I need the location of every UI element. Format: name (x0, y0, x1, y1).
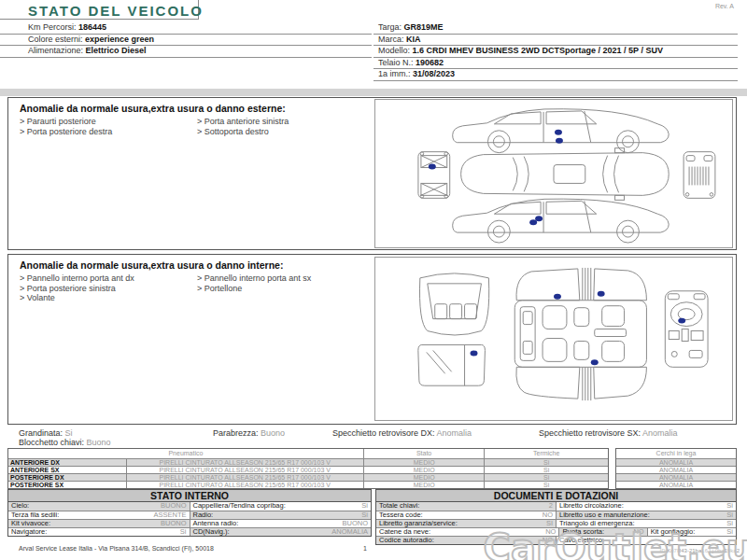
info-label: Marca: (378, 35, 404, 44)
panel-cell: CD(Navig.): ANOMALIA (190, 528, 372, 536)
cell-label: Radio: (193, 511, 214, 519)
cell-value: Si (724, 511, 733, 519)
tire-stato: MEDIO (364, 474, 486, 481)
revision-label: Rev. A (715, 3, 734, 9)
page-title: STATO DEL VEICOLO (28, 3, 198, 19)
cell-value: BUONO (158, 502, 187, 511)
info-value: 190682 (416, 58, 444, 67)
cell-value: Si (359, 511, 368, 519)
cell-label: Totale chiavi: (379, 502, 419, 511)
damage-marker (598, 291, 605, 297)
cell-label: Libretto uso e manutenzione: (559, 511, 650, 519)
stato-interno-title: STATO INTERNO (8, 490, 371, 502)
tire-termiche: Si (485, 474, 608, 481)
tire-termiche: Si (485, 467, 608, 473)
panel-row: Cielo: BUONO Cappelliera/Tendina copriba… (8, 502, 371, 511)
tire-position: POSTERIORE SX (8, 482, 127, 488)
tire-table: Pneumatico Stato Termiche ANTERIORE DX P… (7, 448, 609, 489)
exterior-anomalies-box: Anomalie da normale usura,extra usura o … (7, 97, 737, 250)
interior-damage-diagram (375, 258, 732, 420)
panel-cell: Navigatore: Si (8, 528, 190, 536)
tire-description: PIRELLI CINTURATO ALLSEASON 215/65 R17 0… (127, 467, 364, 473)
info-value: Elettrico Diesel (86, 46, 147, 55)
info-value: KIA (406, 35, 421, 44)
info-row-telaio: Telaio N.: 190682 (374, 58, 738, 70)
footer-company-address: Arval Service Lease Italia - Via Pisana … (19, 545, 214, 552)
anomaly-item: > Porta posteriore destra (20, 127, 197, 137)
anomaly-item: > Paraurti posteriore (20, 117, 197, 127)
anomaly-item: > Pannello interno porta ant dx (20, 273, 197, 284)
damage-marker (471, 350, 478, 356)
damage-marker (555, 130, 562, 135)
damage-marker (591, 359, 599, 365)
info-row-imm: 1a imm.: 31/08/2023 (374, 69, 738, 81)
title-block: STATO DEL VEICOLO (0, 0, 199, 20)
info-label: Targa: (378, 22, 402, 32)
panel-row: Kit vivavoce: BUONO Antenna radio: BUONO (8, 519, 371, 527)
tire-row: POSTERIORE SX PIRELLI CINTURATO ALLSEASO… (8, 481, 608, 488)
panel-cell: Cappelliera/Tendina copribag: Si (190, 502, 372, 511)
rim-row: ANOMALIA (616, 458, 736, 466)
info-value: 186445 (78, 22, 106, 32)
anomaly-column: > Porta anteriore sinistra > Sottoporta … (197, 117, 374, 136)
rim-row: ANOMALIA (616, 466, 736, 473)
summary-value: Anomalia (437, 428, 472, 438)
summary-parabrezza: Parabrezza: Buono (213, 428, 285, 438)
summary-value: Si (65, 428, 73, 438)
cell-label: Navigatore: (11, 528, 47, 536)
damage-marker (429, 164, 436, 170)
footer-page-number: 1 (363, 545, 367, 552)
car-top-view (461, 148, 669, 201)
tire-position: ANTERIORE SX (8, 467, 127, 473)
cabin-floorplan (514, 268, 646, 400)
panel-row: Navigatore: Si CD(Navig.): ANOMALIA (8, 527, 371, 536)
cell-label: Terza fila sedili: (11, 511, 59, 519)
summary-label: Blocchetto chiavi: (19, 438, 84, 447)
anomaly-column: > Pannello interno porta ant dx > Porta … (20, 273, 197, 303)
interior-diagram-box (374, 257, 733, 421)
rim-value: ANOMALIA (616, 459, 736, 466)
rim-row: ANOMALIA (616, 473, 736, 481)
info-row-modello: Modello: 1.6 CRDI MHEV BUSINESS 2WD DCTS… (374, 46, 738, 58)
tire-position: ANTERIORE DX (8, 459, 127, 466)
summary-grandinata: Grandinata: Si (19, 428, 73, 438)
cell-label: Kit vivavoce: (11, 520, 50, 527)
panel-cell: Totale chiavi: 2 (376, 502, 557, 511)
summary-label: Parabrezza: (213, 428, 259, 438)
documenti-title: DOCUMENTI E DOTAZIONI (376, 490, 736, 502)
caroutlet-watermark: CarOutlet.eu (484, 526, 747, 560)
info-row-alimentazione: Alimentazione: Elettrico Diesel (0, 46, 372, 58)
panel-cell: Libretto uso e manutenzione: Si (557, 511, 736, 519)
car-front-view (684, 152, 715, 199)
cell-value: Si (724, 502, 733, 511)
cell-label: Antenna radio: (193, 520, 239, 527)
info-label: Telaio N.: (378, 58, 414, 67)
panel-cell: Antenna radio: BUONO (190, 520, 372, 527)
cell-label: Libretto garanzia/service: (379, 520, 458, 527)
col-header-pneumatico: Pneumatico (8, 449, 364, 458)
panel-cell: Tessera code: NO (376, 511, 557, 519)
anomaly-item: > Porta anteriore sinistra (197, 117, 374, 127)
info-label: Km Percorsi: (28, 22, 77, 32)
panel-row: Terza fila sedili: ASSENTE Radio: Si (8, 511, 371, 519)
rims-table: Cerchi in lega ANOMALIA ANOMALIA ANOMALI… (615, 448, 737, 489)
info-value: 31/08/2023 (413, 69, 455, 78)
cell-label: Libretto circolazione: (559, 502, 624, 511)
rims-table-header: Cerchi in lega (616, 449, 736, 458)
vehicle-info-left: Km Percorsi: 186445 Colore esterni: expe… (0, 22, 372, 58)
damage-marker (535, 216, 543, 221)
col-header-termiche: Termiche (485, 449, 608, 458)
cell-value: ANOMALIA (329, 528, 368, 536)
exterior-damage-markers (429, 130, 563, 225)
tire-position: POSTERIORE DX (8, 474, 127, 481)
info-label: Modello: (378, 46, 410, 55)
tire-table-header: Pneumatico Stato Termiche (8, 449, 608, 458)
summary-specchietto-sx: Specchietto retrovisore SX: Anomalia (539, 428, 678, 438)
anomaly-column: > Paraurti posteriore > Porta posteriore… (20, 117, 197, 136)
tire-row: ANTERIORE DX PIRELLI CINTURATO ALLSEASON… (8, 458, 608, 466)
info-label: Colore esterni: (28, 35, 83, 44)
col-header-cerchi: Cerchi in lega (616, 449, 736, 458)
info-row-colore: Colore esterni: experience green (0, 35, 372, 47)
tire-description: PIRELLI CINTURATO ALLSEASON 215/65 R17 0… (127, 474, 364, 481)
summary-value: Anomalia (642, 428, 678, 438)
